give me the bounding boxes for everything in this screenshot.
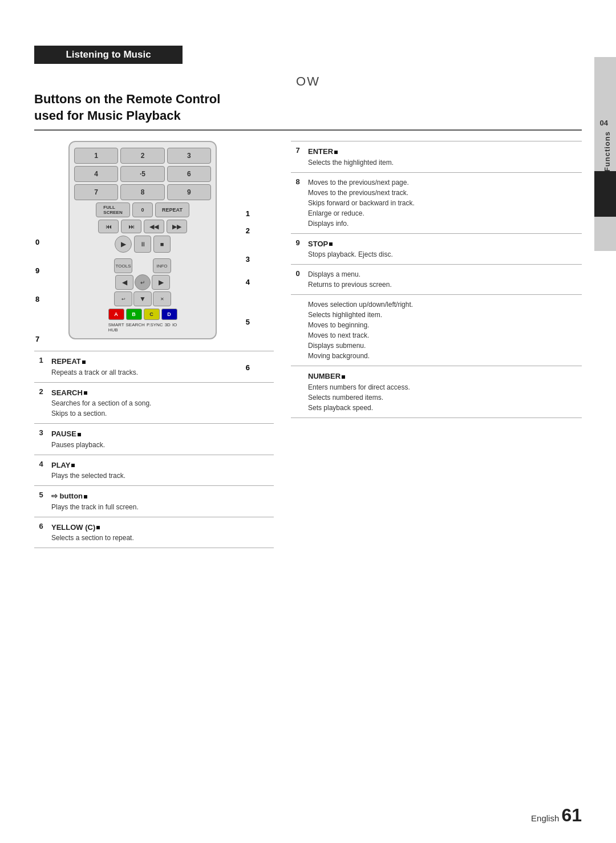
btn-2[interactable]: 2 bbox=[120, 148, 164, 164]
btn-4[interactable]: 4 bbox=[74, 166, 118, 182]
ref-num: 2 bbox=[34, 382, 48, 424]
footer-num: 61 bbox=[561, 805, 582, 825]
nav-mid-row: ◀ ↵ ▶ bbox=[115, 274, 170, 290]
ref-num: 8 bbox=[291, 172, 305, 233]
ref-title: ⇨ button bbox=[51, 491, 270, 502]
transport-row: ⏮ ⏭ ◀◀ ▶▶ bbox=[74, 220, 211, 233]
btn-nav-down[interactable]: ▼ bbox=[133, 291, 152, 306]
btn-fullscreen[interactable]: FULLSCREEN bbox=[96, 202, 130, 217]
ref-desc: Selects a section to repeat. bbox=[51, 533, 270, 543]
ref-desc: Moves selection up/down/left/right.Selec… bbox=[308, 299, 578, 361]
left-ref-row: 3 PAUSE Pauses playback. bbox=[34, 424, 274, 455]
callout-2: 2 bbox=[246, 226, 250, 235]
section-title-text: Buttons on the Remote Control used for M… bbox=[34, 91, 582, 124]
ref-num bbox=[291, 295, 305, 366]
right-ref-row: NUMBER Enters numbers for direct access.… bbox=[291, 366, 582, 418]
callout-8: 8 bbox=[35, 295, 39, 303]
ref-num: 1 bbox=[34, 351, 48, 383]
ref-desc: Displays a menu.Returns to previous scre… bbox=[308, 269, 578, 290]
ow-label: OW bbox=[34, 74, 582, 89]
btn-pause-rect[interactable]: ⏸ bbox=[134, 236, 151, 253]
btn-green[interactable]: B bbox=[126, 309, 142, 320]
ref-desc: Selects the highlighted item. bbox=[308, 157, 578, 168]
ref-desc: Pauses playback. bbox=[51, 440, 270, 450]
remote-grid-row2: 4 ·5 6 bbox=[74, 166, 211, 182]
callout-3: 3 bbox=[246, 255, 250, 264]
btn-yellow[interactable]: C bbox=[144, 309, 160, 320]
right-ref-row: 9 STOP Stops playback. Ejects disc. bbox=[291, 233, 582, 265]
btn-exit[interactable]: ✕ bbox=[153, 291, 171, 306]
sidebar-num: 04 bbox=[600, 119, 608, 127]
ref-num: 7 bbox=[291, 141, 305, 173]
ref-num: 0 bbox=[291, 265, 305, 295]
right-ref-row: 0 Displays a menu.Returns to previous sc… bbox=[291, 265, 582, 295]
left-ref-row: 1 REPEAT Repeats a track or all tracks. bbox=[34, 351, 274, 383]
ref-content: ⇨ button Plays the track in full screen. bbox=[48, 486, 274, 517]
btn-6[interactable]: 6 bbox=[167, 166, 211, 182]
btn-fwd[interactable]: ▶▶ bbox=[167, 220, 187, 233]
ref-title: ENTER bbox=[308, 146, 578, 157]
btn-repeat[interactable]: REPEAT bbox=[155, 202, 189, 217]
callout-7: 7 bbox=[35, 335, 39, 343]
ref-content: Moves selection up/down/left/right.Selec… bbox=[305, 295, 582, 366]
btn-8[interactable]: 8 bbox=[120, 184, 164, 200]
play-row: ▶ ⏸ ■ bbox=[74, 236, 211, 253]
btn-3[interactable]: 3 bbox=[167, 148, 211, 164]
ref-content: Moves to the previous/next page.Moves to… bbox=[305, 172, 582, 233]
remote-grid-row1: 1 2 3 bbox=[74, 148, 211, 164]
color-buttons-container: A B C D bbox=[74, 309, 211, 320]
ref-desc: Stops playback. Ejects disc. bbox=[308, 249, 578, 260]
btn-nav-right[interactable]: ▶ bbox=[152, 275, 170, 290]
left-ref-row: 6 YELLOW (C) Selects a section to repeat… bbox=[34, 517, 274, 548]
remote-fullscreen-row: FULLSCREEN 0 REPEAT bbox=[74, 202, 211, 217]
callout-9: 9 bbox=[35, 266, 39, 275]
ref-num: 3 bbox=[34, 424, 48, 455]
ref-desc: Plays the track in full screen. bbox=[51, 502, 270, 512]
right-ref-row: 8 Moves to the previous/next page.Moves … bbox=[291, 172, 582, 233]
remote-diagram-wrapper: 0 9 8 7 1 2 3 4 5 6 bbox=[34, 141, 251, 339]
ref-num: 9 bbox=[291, 233, 305, 265]
ref-num bbox=[291, 366, 305, 418]
btn-blue[interactable]: D bbox=[161, 309, 177, 320]
ref-title: SEARCH bbox=[51, 387, 270, 399]
remote-img: 1 2 3 4 ·5 6 7 bbox=[68, 141, 217, 339]
ref-content: SEARCH Searches for a section of a song.… bbox=[48, 382, 274, 424]
btn-play-circle[interactable]: ▶ bbox=[115, 236, 132, 253]
btn-return[interactable]: ↩ bbox=[114, 291, 132, 306]
ref-title: PLAY bbox=[51, 460, 270, 471]
right-ref-row: 7 ENTER Selects the highlighted item. bbox=[291, 141, 582, 173]
nav-bottom-row: ↩ ▼ ✕ bbox=[114, 291, 171, 306]
btn-nav-left[interactable]: ◀ bbox=[115, 275, 133, 290]
btn-5[interactable]: ·5 bbox=[120, 166, 164, 182]
btn-7[interactable]: 7 bbox=[74, 184, 118, 200]
right-ref-table: 7 ENTER Selects the highlighted item. 8 … bbox=[291, 141, 582, 418]
ref-content: YELLOW (C) Selects a section to repeat. bbox=[48, 517, 274, 548]
btn-prev[interactable]: ⏮ bbox=[98, 220, 119, 233]
sidebar-tab: 04 Basic Functions bbox=[594, 57, 616, 251]
btn-tools[interactable]: TOOLS bbox=[114, 258, 132, 273]
ref-content: ENTER Selects the highlighted item. bbox=[305, 141, 582, 173]
ref-content: PAUSE Pauses playback. bbox=[48, 424, 274, 455]
left-ref-row: 4 PLAY Plays the selected track. bbox=[34, 455, 274, 486]
ref-desc: Searches for a section of a song.Skips t… bbox=[51, 398, 270, 419]
color-buttons-row: A B C D bbox=[74, 309, 211, 320]
btn-0[interactable]: 0 bbox=[132, 202, 153, 217]
nav-cluster: TOOLS INFO ◀ ↵ ▶ ↩ bbox=[74, 258, 211, 306]
left-ref-row: 5 ⇨ button Plays the track in full scree… bbox=[34, 486, 274, 517]
btn-stop-rect[interactable]: ■ bbox=[153, 236, 171, 253]
btn-1[interactable]: 1 bbox=[74, 148, 118, 164]
ref-content: REPEAT Repeats a track or all tracks. bbox=[48, 351, 274, 383]
ref-content: STOP Stops playback. Ejects disc. bbox=[305, 233, 582, 265]
section-title: Buttons on the Remote Control used for M… bbox=[34, 91, 582, 131]
ref-num: 6 bbox=[34, 517, 48, 548]
btn-rew[interactable]: ◀◀ bbox=[144, 220, 164, 233]
callout-0: 0 bbox=[35, 238, 39, 246]
btn-9[interactable]: 9 bbox=[167, 184, 211, 200]
btn-next[interactable]: ⏭ bbox=[121, 220, 141, 233]
right-ref-row: Moves selection up/down/left/right.Selec… bbox=[291, 295, 582, 366]
two-column-layout: 0 9 8 7 1 2 3 4 5 6 bbox=[34, 141, 582, 548]
ref-content: Displays a menu.Returns to previous scre… bbox=[305, 265, 582, 295]
btn-nav-enter[interactable]: ↵ bbox=[135, 274, 151, 290]
btn-info[interactable]: INFO bbox=[153, 258, 171, 273]
btn-red[interactable]: A bbox=[108, 309, 124, 320]
